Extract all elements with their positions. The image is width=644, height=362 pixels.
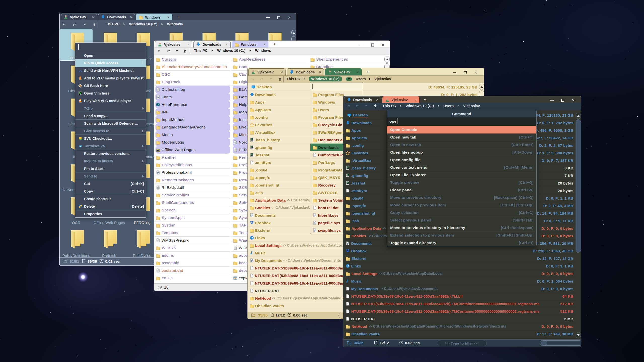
svg-text:m: m xyxy=(80,94,82,95)
svg-text:A: A xyxy=(157,96,159,99)
svg-text:?: ? xyxy=(157,103,159,106)
